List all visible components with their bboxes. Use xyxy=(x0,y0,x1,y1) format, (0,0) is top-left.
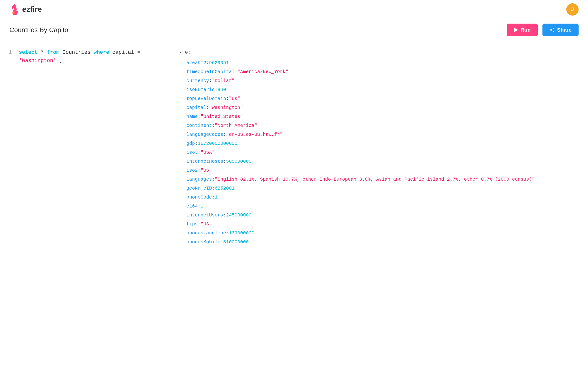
field-colon: : xyxy=(226,95,229,103)
code-line-1: 1 select * from Countries where capital … xyxy=(5,48,165,65)
field-value: "US" xyxy=(201,166,212,175)
field-name: phoneCode xyxy=(186,193,212,202)
field-colon: : xyxy=(223,211,226,219)
page-title: Countries By Capitol xyxy=(9,26,70,34)
field-row: languages: "English 82.1%, Spanish 10.7%… xyxy=(186,175,579,184)
field-colon: : xyxy=(215,86,218,94)
field-name: languages xyxy=(186,175,212,184)
play-icon xyxy=(514,28,518,32)
avatar[interactable]: J xyxy=(566,3,579,15)
field-colon: : xyxy=(220,238,223,246)
code-table: Countries xyxy=(63,49,94,56)
field-name: continent xyxy=(186,121,212,130)
field-row: internetHosts: 505000000 xyxy=(186,157,579,166)
share-icon xyxy=(550,27,555,33)
field-row: fips: "US" xyxy=(186,220,579,228)
field-value: 139000000 xyxy=(229,229,254,238)
field-name: iso2 xyxy=(186,166,198,175)
field-row: iso3: "USA" xyxy=(186,148,579,157)
field-row: timeZoneInCapital: "America/New_York" xyxy=(186,68,579,76)
field-name: fips xyxy=(186,220,198,228)
field-row: geoNameID: 6252001 xyxy=(186,184,579,193)
field-name: timeZoneInCapital xyxy=(186,68,235,76)
field-name: name xyxy=(186,112,198,121)
field-colon: : xyxy=(235,68,237,76)
field-colon: : xyxy=(206,104,209,112)
field-colon: : xyxy=(209,77,212,85)
field-colon: : xyxy=(212,121,215,130)
field-row: languageCodes: "en-US,es-US,haw,fr" xyxy=(186,130,579,139)
field-row: iso2: "US" xyxy=(186,166,579,175)
toolbar-actions: Run Share xyxy=(507,24,579,36)
field-value: "US" xyxy=(201,220,212,228)
line-number-1: 1 xyxy=(5,48,12,56)
field-value: "Washington" xyxy=(209,104,243,112)
code-semicolon: ; xyxy=(59,58,63,64)
field-value: 505000000 xyxy=(226,157,251,166)
field-colon: : xyxy=(223,157,226,166)
field-value: 245000000 xyxy=(226,211,251,219)
field-value: "us" xyxy=(229,95,240,103)
result-index: ▾ 0: xyxy=(179,48,579,57)
logo-text: ezfire xyxy=(22,5,42,14)
keyword-select: select xyxy=(19,49,37,56)
field-colon: : xyxy=(198,220,201,228)
field-name: isoNumeric xyxy=(186,86,215,94)
field-value: 16720000000000 xyxy=(198,139,237,148)
share-button[interactable]: Share xyxy=(542,24,579,36)
field-name: areaKm2 xyxy=(186,59,206,67)
field-value: 1 xyxy=(215,193,218,202)
field-colon: : xyxy=(206,59,209,67)
code-field: capital = xyxy=(112,49,140,56)
field-name: languageCodes xyxy=(186,130,223,139)
field-colon: : xyxy=(223,130,226,139)
field-value: "North America" xyxy=(215,121,257,130)
field-name: phonesMobile xyxy=(186,238,220,246)
field-colon: : xyxy=(198,202,201,211)
field-row: capital: "Washington" xyxy=(186,104,579,112)
field-colon: : xyxy=(226,229,229,238)
field-row: topLevelDomain: "us" xyxy=(186,95,579,103)
field-row: gdp: 16720000000000 xyxy=(186,139,579,148)
field-name: iso3 xyxy=(186,148,198,157)
field-colon: : xyxy=(212,175,215,184)
logo-icon xyxy=(9,3,20,15)
field-value: "Dollar" xyxy=(212,77,235,85)
field-row: name: "United States" xyxy=(186,112,579,121)
run-button[interactable]: Run xyxy=(507,24,538,36)
field-row: phoneCode: 1 xyxy=(186,193,579,202)
field-row: isoNumeric: 840 xyxy=(186,86,579,94)
field-row: continent: "North America" xyxy=(186,121,579,130)
field-value: 310000000 xyxy=(223,238,249,246)
field-row: areaKm2: 9629091 xyxy=(186,59,579,67)
share-label: Share xyxy=(557,27,572,33)
field-value: "USA" xyxy=(201,148,215,157)
field-name: topLevelDomain xyxy=(186,95,226,103)
field-colon: : xyxy=(198,112,201,121)
field-colon: : xyxy=(198,166,201,175)
field-value: "United States" xyxy=(201,112,243,121)
keyword-where: where xyxy=(94,49,109,56)
field-name: phonesLandline xyxy=(186,229,226,238)
run-label: Run xyxy=(521,27,531,33)
field-colon: : xyxy=(212,184,215,193)
code-value: 'Washington' xyxy=(19,58,56,64)
field-name: capital xyxy=(186,104,206,112)
keyword-from: from xyxy=(47,49,59,56)
field-value: "en-US,es-US,haw,fr" xyxy=(226,130,283,139)
field-name: gdp xyxy=(186,139,195,148)
field-name: internetUsers xyxy=(186,211,223,219)
field-value: 1 xyxy=(201,202,203,211)
logo-area: ezfire xyxy=(9,3,42,15)
main-content: 1 select * from Countries where capital … xyxy=(0,41,588,365)
field-value: 840 xyxy=(218,86,226,94)
code-editor-panel[interactable]: 1 select * from Countries where capital … xyxy=(0,41,170,365)
code-star: * xyxy=(41,49,47,56)
result-item-0: areaKm2: 9629091timeZoneInCapital: "Amer… xyxy=(186,59,579,246)
field-name: internetHosts xyxy=(186,157,223,166)
field-value: "America/New_York" xyxy=(237,68,288,76)
field-row: phonesMobile: 310000000 xyxy=(186,238,579,246)
field-value: 6252001 xyxy=(215,184,235,193)
code-content-1: select * from Countries where capital = … xyxy=(19,48,165,65)
field-name: e164 xyxy=(186,202,198,211)
